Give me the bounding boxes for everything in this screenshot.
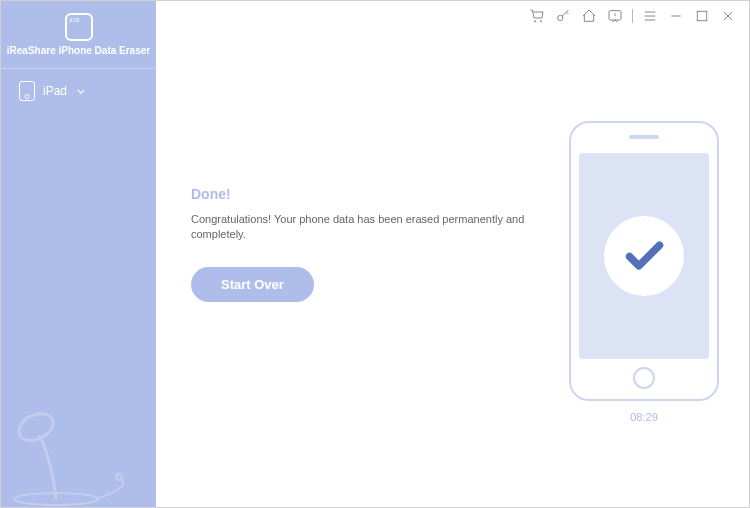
phone-speaker — [629, 135, 659, 139]
svg-point-7 — [116, 474, 122, 480]
divider — [632, 9, 633, 23]
app-title: iReaShare iPhone Data Eraser — [7, 45, 150, 56]
titlebar — [516, 1, 749, 31]
start-over-button[interactable]: Start Over — [191, 267, 314, 302]
svg-point-1 — [540, 21, 541, 22]
ipad-icon — [19, 81, 35, 101]
device-label: iPad — [43, 84, 67, 98]
logo-icon — [65, 13, 93, 41]
phone-time: 08:29 — [569, 411, 719, 423]
main-content: Done! Congratulations! Your phone data h… — [156, 31, 749, 507]
sidebar: iReaShare iPhone Data Eraser iPad — [1, 1, 156, 507]
svg-rect-4 — [697, 11, 706, 20]
done-message: Congratulations! Your phone data has bee… — [191, 212, 551, 243]
minimize-icon[interactable] — [667, 7, 685, 25]
device-selector[interactable]: iPad — [1, 69, 156, 113]
menu-icon[interactable] — [641, 7, 659, 25]
cart-icon[interactable] — [528, 7, 546, 25]
feedback-icon[interactable] — [606, 7, 624, 25]
phone-preview: 08:29 — [569, 121, 719, 423]
close-icon[interactable] — [719, 7, 737, 25]
svg-point-0 — [534, 21, 535, 22]
maximize-icon[interactable] — [693, 7, 711, 25]
checkmark-icon — [622, 234, 667, 279]
svg-point-6 — [15, 409, 58, 446]
phone-frame — [569, 121, 719, 401]
lamp-decoration-icon — [1, 387, 156, 507]
chevron-down-icon — [77, 89, 85, 94]
svg-point-2 — [558, 15, 563, 20]
done-title: Done! — [191, 186, 551, 202]
completion-panel: Done! Congratulations! Your phone data h… — [191, 186, 551, 302]
success-check-circle — [604, 216, 684, 296]
home-icon[interactable] — [580, 7, 598, 25]
phone-screen — [579, 153, 709, 359]
phone-home-button — [633, 367, 655, 389]
key-icon[interactable] — [554, 7, 572, 25]
logo-area: iReaShare iPhone Data Eraser — [1, 1, 156, 69]
